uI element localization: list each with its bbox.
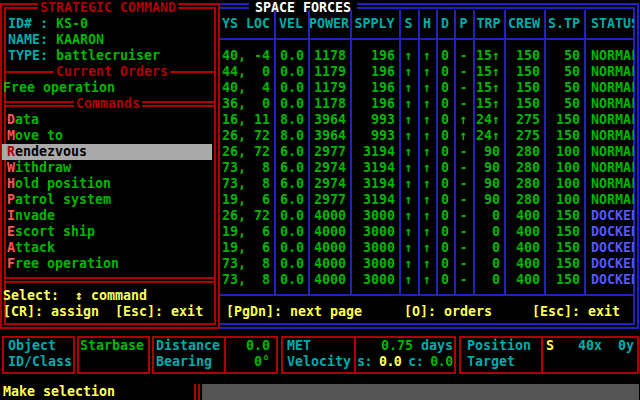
cell-sys-loc: 26, 72 [218, 144, 274, 160]
command-hotkey: R [7, 144, 15, 159]
met-value: 0.75 [381, 338, 413, 353]
table-row[interactable]: 26, 72 8.0 3964 993 ↑ ↑ 0 ↑ 24↑ 275 150 … [218, 128, 634, 144]
cell-trp: 0 [473, 256, 504, 272]
cell-h: ↑ [418, 160, 436, 176]
ship-id-label: ID# : [8, 16, 48, 31]
command-item[interactable]: Rendezvous [2, 144, 212, 160]
command-item[interactable]: Withdraw [2, 160, 212, 176]
cell-p: - [454, 64, 473, 80]
cell-stp: 150 [544, 272, 584, 288]
table-row[interactable]: 19, 6 0.0 4000 3000 ↑ ↑ 0 - 0 400 150 DO… [218, 224, 634, 240]
velocity-label: Velocity [287, 354, 351, 370]
table-row[interactable]: 40, -4 0.0 1178 196 ↑ ↑ 0 - 15↑ 150 50 N… [218, 48, 634, 64]
cell-power: 4000 [308, 272, 350, 288]
cell-d: 0 [436, 64, 454, 80]
cell-h: ↑ [418, 64, 436, 80]
orders-hint[interactable]: [O]: orders [404, 304, 492, 320]
ship-type-label: TYPE: [8, 48, 48, 63]
cell-p: - [454, 96, 473, 112]
cell-vel: 0.0 [274, 64, 308, 80]
select-rule [6, 277, 214, 279]
cell-status: NORMAL [584, 64, 634, 80]
cell-vel: 0.0 [274, 240, 308, 256]
command-item[interactable]: Escort ship [2, 224, 212, 240]
cell-h: ↑ [418, 48, 436, 64]
cell-stp: 150 [544, 128, 584, 144]
command-hotkey: I [7, 208, 15, 223]
command-item[interactable]: Data [2, 112, 212, 128]
footer-separator [220, 294, 634, 296]
command-item[interactable]: Hold position [2, 176, 212, 192]
table-row[interactable]: 16, 11 8.0 3964 993 ↑ ↑ 0 ↑ 24↑ 275 150 … [218, 112, 634, 128]
cell-crew: 150 [504, 64, 544, 80]
cell-sys-loc: 40, 4 [218, 80, 274, 96]
command-item[interactable]: Free operation [2, 256, 212, 272]
table-row[interactable]: 40, 4 0.0 1179 196 ↑ ↑ 0 - 15↑ 150 50 NO… [218, 80, 634, 96]
cell-s: ↑ [399, 144, 418, 160]
command-label: nvade [15, 208, 55, 223]
table-row[interactable]: 44, 0 0.0 1179 196 ↑ ↑ 0 - 15↑ 150 50 NO… [218, 64, 634, 80]
cell-p: - [454, 272, 473, 288]
cell-d: 0 [436, 144, 454, 160]
col-p: P [454, 16, 473, 32]
table-row[interactable]: 73, 8 0.0 4000 3000 ↑ ↑ 0 - 0 400 150 DO… [218, 256, 634, 272]
cell-spply: 196 [350, 64, 399, 80]
command-item[interactable]: Attack [2, 240, 212, 256]
assign-exit-keys-hint[interactable]: [CR]: assign [Esc]: exit [3, 304, 203, 320]
command-label: ata [15, 112, 39, 127]
command-hotkey: D [7, 112, 15, 127]
cell-s: ↑ [399, 256, 418, 272]
cell-sys-loc: 73, 8 [218, 256, 274, 272]
cell-d: 0 [436, 240, 454, 256]
command-item[interactable]: Patrol system [2, 192, 212, 208]
cell-spply: 3194 [350, 176, 399, 192]
command-item[interactable]: Move to [2, 128, 212, 144]
cell-h: ↑ [418, 224, 436, 240]
command-label: scort ship [15, 224, 95, 239]
cell-d: 0 [436, 272, 454, 288]
cell-trp: 15↑ [473, 64, 504, 80]
cell-p: - [454, 144, 473, 160]
cell-stp: 100 [544, 176, 584, 192]
table-row[interactable]: 36, 0 0.0 1178 196 ↑ ↑ 0 - 15↑ 150 50 NO… [218, 96, 634, 112]
cell-d: 0 [436, 160, 454, 176]
cell-p: - [454, 192, 473, 208]
cell-stp: 100 [544, 160, 584, 176]
cell-trp: 24↑ [473, 112, 504, 128]
cell-crew: 280 [504, 160, 544, 176]
cell-vel: 6.0 [274, 176, 308, 192]
position-x: 40x [578, 338, 602, 353]
table-row[interactable]: 19, 6 6.0 2977 3194 ↑ ↑ 0 - 90 280 100 N… [218, 192, 634, 208]
commands-header: Commands [74, 96, 142, 112]
col-vel: VEL [274, 16, 308, 32]
cell-status: DOCKED [584, 240, 634, 256]
met-unit: days [421, 338, 453, 353]
ship-name-field: NAME: KAARON [8, 32, 104, 48]
cell-vel: 8.0 [274, 112, 308, 128]
cell-spply: 3000 [350, 208, 399, 224]
cell-power: 2977 [308, 192, 350, 208]
command-item[interactable]: Invade [2, 208, 212, 224]
cell-crew: 400 [504, 208, 544, 224]
esc-exit-hint[interactable]: [Esc]: exit [532, 304, 620, 320]
cell-power: 1178 [308, 96, 350, 112]
pgdn-next-page-hint[interactable]: [PgDn]: next page [226, 304, 362, 320]
table-row[interactable]: 73, 8 0.0 4000 3000 ↑ ↑ 0 - 0 400 150 DO… [218, 272, 634, 288]
cell-sys-loc: 36, 0 [218, 96, 274, 112]
table-row[interactable]: 73, 8 6.0 2974 3194 ↑ ↑ 0 - 90 280 100 N… [218, 160, 634, 176]
col-s: S [399, 16, 418, 32]
met-label: MET [287, 338, 311, 354]
table-row[interactable]: 19, 6 0.0 4000 3000 ↑ ↑ 0 - 0 400 150 DO… [218, 240, 634, 256]
cell-trp: 0 [473, 224, 504, 240]
cell-spply: 3000 [350, 240, 399, 256]
table-row[interactable]: 26, 72 6.0 2977 3194 ↑ ↑ 0 - 90 280 100 … [218, 144, 634, 160]
table-row[interactable]: 73, 8 6.0 2974 3194 ↑ ↑ 0 - 90 280 100 N… [218, 176, 634, 192]
velocity-s-label: s: [357, 354, 372, 369]
cell-h: ↑ [418, 272, 436, 288]
command-label: ttack [15, 240, 55, 255]
met-value-group: 0.75days [358, 338, 453, 354]
cell-stp: 50 [544, 96, 584, 112]
cell-status: DOCKED [584, 256, 634, 272]
table-row[interactable]: 26, 72 0.0 4000 3000 ↑ ↑ 0 - 0 400 150 D… [218, 208, 634, 224]
distance-label: Distance [156, 338, 220, 354]
